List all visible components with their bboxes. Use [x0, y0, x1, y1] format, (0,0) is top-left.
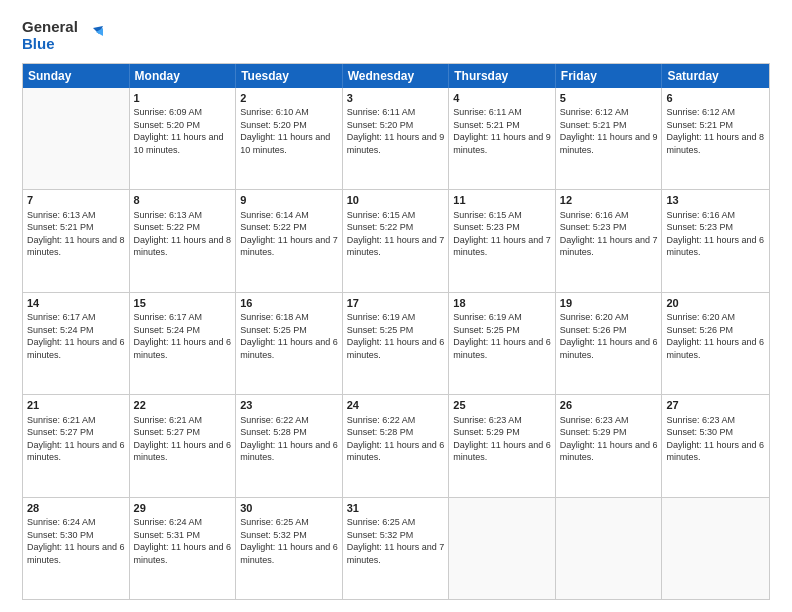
calendar-cell: 6Sunrise: 6:12 AMSunset: 5:21 PMDaylight… [662, 88, 769, 190]
calendar-cell: 25Sunrise: 6:23 AMSunset: 5:29 PMDayligh… [449, 395, 556, 497]
day-number: 14 [27, 296, 125, 311]
calendar-cell: 1Sunrise: 6:09 AMSunset: 5:20 PMDaylight… [130, 88, 237, 190]
day-number: 9 [240, 193, 338, 208]
cell-info: Sunrise: 6:24 AMSunset: 5:31 PMDaylight:… [134, 516, 232, 566]
day-number: 4 [453, 91, 551, 106]
cell-info: Sunrise: 6:12 AMSunset: 5:21 PMDaylight:… [560, 106, 658, 156]
calendar-cell: 12Sunrise: 6:16 AMSunset: 5:23 PMDayligh… [556, 190, 663, 292]
calendar-cell: 21Sunrise: 6:21 AMSunset: 5:27 PMDayligh… [23, 395, 130, 497]
cell-info: Sunrise: 6:17 AMSunset: 5:24 PMDaylight:… [27, 311, 125, 361]
calendar-cell: 7Sunrise: 6:13 AMSunset: 5:21 PMDaylight… [23, 190, 130, 292]
logo-general: General [22, 18, 78, 35]
header-day-friday: Friday [556, 64, 663, 88]
day-number: 7 [27, 193, 125, 208]
cell-info: Sunrise: 6:15 AMSunset: 5:22 PMDaylight:… [347, 209, 445, 259]
calendar-cell: 24Sunrise: 6:22 AMSunset: 5:28 PMDayligh… [343, 395, 450, 497]
calendar-cell: 4Sunrise: 6:11 AMSunset: 5:21 PMDaylight… [449, 88, 556, 190]
cell-info: Sunrise: 6:19 AMSunset: 5:25 PMDaylight:… [347, 311, 445, 361]
calendar-cell: 15Sunrise: 6:17 AMSunset: 5:24 PMDayligh… [130, 293, 237, 395]
cell-info: Sunrise: 6:23 AMSunset: 5:29 PMDaylight:… [453, 414, 551, 464]
calendar-week-3: 14Sunrise: 6:17 AMSunset: 5:24 PMDayligh… [23, 292, 769, 395]
day-number: 28 [27, 501, 125, 516]
day-number: 19 [560, 296, 658, 311]
calendar-cell: 13Sunrise: 6:16 AMSunset: 5:23 PMDayligh… [662, 190, 769, 292]
calendar-cell: 18Sunrise: 6:19 AMSunset: 5:25 PMDayligh… [449, 293, 556, 395]
calendar-week-1: 1Sunrise: 6:09 AMSunset: 5:20 PMDaylight… [23, 88, 769, 190]
cell-info: Sunrise: 6:20 AMSunset: 5:26 PMDaylight:… [666, 311, 765, 361]
day-number: 10 [347, 193, 445, 208]
calendar-cell: 5Sunrise: 6:12 AMSunset: 5:21 PMDaylight… [556, 88, 663, 190]
day-number: 23 [240, 398, 338, 413]
cell-info: Sunrise: 6:25 AMSunset: 5:32 PMDaylight:… [240, 516, 338, 566]
calendar-cell: 23Sunrise: 6:22 AMSunset: 5:28 PMDayligh… [236, 395, 343, 497]
calendar-cell: 22Sunrise: 6:21 AMSunset: 5:27 PMDayligh… [130, 395, 237, 497]
day-number: 27 [666, 398, 765, 413]
day-number: 22 [134, 398, 232, 413]
cell-info: Sunrise: 6:16 AMSunset: 5:23 PMDaylight:… [666, 209, 765, 259]
calendar-week-2: 7Sunrise: 6:13 AMSunset: 5:21 PMDaylight… [23, 189, 769, 292]
calendar-cell: 10Sunrise: 6:15 AMSunset: 5:22 PMDayligh… [343, 190, 450, 292]
header-day-thursday: Thursday [449, 64, 556, 88]
calendar-cell [662, 498, 769, 600]
header-day-sunday: Sunday [23, 64, 130, 88]
day-number: 5 [560, 91, 658, 106]
calendar-cell: 27Sunrise: 6:23 AMSunset: 5:30 PMDayligh… [662, 395, 769, 497]
calendar-cell: 28Sunrise: 6:24 AMSunset: 5:30 PMDayligh… [23, 498, 130, 600]
cell-info: Sunrise: 6:21 AMSunset: 5:27 PMDaylight:… [134, 414, 232, 464]
cell-info: Sunrise: 6:22 AMSunset: 5:28 PMDaylight:… [240, 414, 338, 464]
calendar-cell [556, 498, 663, 600]
calendar-page: General Blue SundayMondayTuesdayWednesda… [0, 0, 792, 612]
cell-info: Sunrise: 6:16 AMSunset: 5:23 PMDaylight:… [560, 209, 658, 259]
calendar-cell: 30Sunrise: 6:25 AMSunset: 5:32 PMDayligh… [236, 498, 343, 600]
header-day-wednesday: Wednesday [343, 64, 450, 88]
calendar-cell: 17Sunrise: 6:19 AMSunset: 5:25 PMDayligh… [343, 293, 450, 395]
day-number: 2 [240, 91, 338, 106]
page-header: General Blue [22, 18, 770, 53]
day-number: 15 [134, 296, 232, 311]
day-number: 16 [240, 296, 338, 311]
day-number: 18 [453, 296, 551, 311]
day-number: 26 [560, 398, 658, 413]
calendar-header: SundayMondayTuesdayWednesdayThursdayFrid… [23, 64, 769, 88]
logo-bird-icon [81, 24, 103, 46]
cell-info: Sunrise: 6:19 AMSunset: 5:25 PMDaylight:… [453, 311, 551, 361]
cell-info: Sunrise: 6:21 AMSunset: 5:27 PMDaylight:… [27, 414, 125, 464]
day-number: 8 [134, 193, 232, 208]
day-number: 24 [347, 398, 445, 413]
day-number: 29 [134, 501, 232, 516]
cell-info: Sunrise: 6:23 AMSunset: 5:29 PMDaylight:… [560, 414, 658, 464]
header-day-tuesday: Tuesday [236, 64, 343, 88]
day-number: 25 [453, 398, 551, 413]
cell-info: Sunrise: 6:18 AMSunset: 5:25 PMDaylight:… [240, 311, 338, 361]
cell-info: Sunrise: 6:13 AMSunset: 5:21 PMDaylight:… [27, 209, 125, 259]
day-number: 3 [347, 91, 445, 106]
day-number: 13 [666, 193, 765, 208]
calendar-week-4: 21Sunrise: 6:21 AMSunset: 5:27 PMDayligh… [23, 394, 769, 497]
calendar-cell: 16Sunrise: 6:18 AMSunset: 5:25 PMDayligh… [236, 293, 343, 395]
cell-info: Sunrise: 6:12 AMSunset: 5:21 PMDaylight:… [666, 106, 765, 156]
calendar-cell [23, 88, 130, 190]
cell-info: Sunrise: 6:23 AMSunset: 5:30 PMDaylight:… [666, 414, 765, 464]
calendar-cell: 31Sunrise: 6:25 AMSunset: 5:32 PMDayligh… [343, 498, 450, 600]
calendar-cell: 2Sunrise: 6:10 AMSunset: 5:20 PMDaylight… [236, 88, 343, 190]
day-number: 6 [666, 91, 765, 106]
calendar-cell: 20Sunrise: 6:20 AMSunset: 5:26 PMDayligh… [662, 293, 769, 395]
calendar-cell: 19Sunrise: 6:20 AMSunset: 5:26 PMDayligh… [556, 293, 663, 395]
header-day-saturday: Saturday [662, 64, 769, 88]
cell-info: Sunrise: 6:11 AMSunset: 5:20 PMDaylight:… [347, 106, 445, 156]
cell-info: Sunrise: 6:15 AMSunset: 5:23 PMDaylight:… [453, 209, 551, 259]
day-number: 30 [240, 501, 338, 516]
header-day-monday: Monday [130, 64, 237, 88]
day-number: 12 [560, 193, 658, 208]
cell-info: Sunrise: 6:09 AMSunset: 5:20 PMDaylight:… [134, 106, 232, 156]
cell-info: Sunrise: 6:24 AMSunset: 5:30 PMDaylight:… [27, 516, 125, 566]
calendar-cell: 26Sunrise: 6:23 AMSunset: 5:29 PMDayligh… [556, 395, 663, 497]
cell-info: Sunrise: 6:22 AMSunset: 5:28 PMDaylight:… [347, 414, 445, 464]
day-number: 17 [347, 296, 445, 311]
cell-info: Sunrise: 6:10 AMSunset: 5:20 PMDaylight:… [240, 106, 338, 156]
day-number: 1 [134, 91, 232, 106]
logo: General Blue [22, 18, 103, 53]
calendar-week-5: 28Sunrise: 6:24 AMSunset: 5:30 PMDayligh… [23, 497, 769, 600]
calendar-cell: 14Sunrise: 6:17 AMSunset: 5:24 PMDayligh… [23, 293, 130, 395]
calendar-body: 1Sunrise: 6:09 AMSunset: 5:20 PMDaylight… [23, 88, 769, 600]
